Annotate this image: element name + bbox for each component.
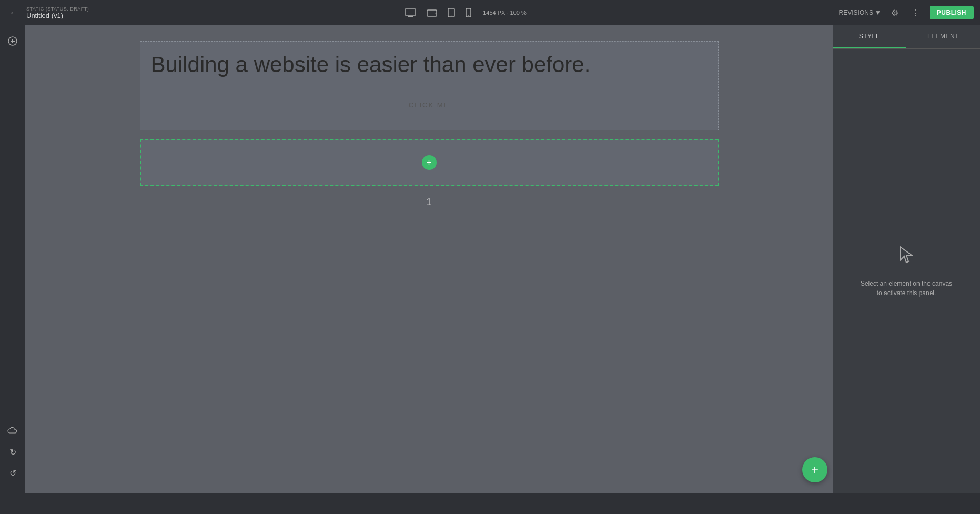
main-area: ↻ ↺ Building a website is easier than ev… [0,25,980,493]
canvas-wrapper: Building a website is easier than ever b… [140,41,719,186]
header: ← STATIC (STATUS: DRAFT) Untitled (v1) [0,0,980,25]
back-button[interactable]: ← [6,5,21,20]
publish-button[interactable]: PUBLISH [930,6,974,19]
floating-add-button[interactable]: + [802,457,827,482]
mobile-button[interactable] [462,6,474,19]
panel-content: Select an element on the canvas to activ… [833,49,980,493]
content-section-1[interactable]: Building a website is easier than ever b… [140,41,719,130]
more-options-button[interactable]: ⋮ [908,5,923,20]
settings-button[interactable]: ⚙ [887,5,902,20]
bottom-bar [0,493,980,514]
page-number: 1 [426,197,431,208]
canvas-area[interactable]: Building a website is easier than ever b… [25,25,833,493]
svg-point-4 [436,13,437,14]
viewport-info: 1454 PX · 100 % [483,9,527,16]
revisions-button[interactable]: REVISIONS ▼ [839,9,881,16]
button-row: CLICK ME [151,90,708,119]
svg-rect-3 [427,10,437,16]
tablet-portrait-button[interactable] [444,6,458,19]
left-sidebar-top [3,32,22,419]
svg-rect-0 [405,9,416,15]
right-panel: STYLE ELEMENT Select an element on the c… [833,25,980,493]
header-left: ← STATIC (STATUS: DRAFT) Untitled (v1) [6,5,89,20]
device-toolbar: 1454 PX · 100 % [401,6,527,19]
cloud-icon[interactable] [3,421,22,440]
cursor-icon [898,245,915,270]
add-element-button[interactable] [3,32,22,51]
left-sidebar-bottom: ↻ ↺ [3,421,22,487]
desktop-view-button[interactable] [401,6,419,19]
svg-point-6 [451,16,452,17]
tab-style[interactable]: STYLE [833,25,906,48]
panel-tabs: STYLE ELEMENT [833,25,980,49]
svg-point-8 [468,15,469,16]
svg-rect-5 [448,8,454,17]
panel-hint: Select an element on the canvas to activ… [861,279,952,298]
history-icon[interactable]: ↻ [3,442,22,461]
header-title: Untitled (v1) [26,12,89,19]
left-sidebar: ↻ ↺ [0,25,25,493]
header-title-area: STATIC (STATUS: DRAFT) Untitled (v1) [26,6,89,19]
tablet-landscape-button[interactable] [423,6,440,19]
click-me-button[interactable]: CLICK ME [398,97,460,113]
tab-element[interactable]: ELEMENT [906,25,980,48]
add-section-area[interactable]: + [140,139,719,186]
add-section-icon[interactable]: + [422,155,437,170]
section-heading: Building a website is easier than ever b… [151,52,708,77]
svg-rect-2 [408,16,413,17]
header-status: STATIC (STATUS: DRAFT) [26,6,89,12]
undo-icon[interactable]: ↺ [3,463,22,482]
header-right: REVISIONS ▼ ⚙ ⋮ PUBLISH [839,5,974,20]
